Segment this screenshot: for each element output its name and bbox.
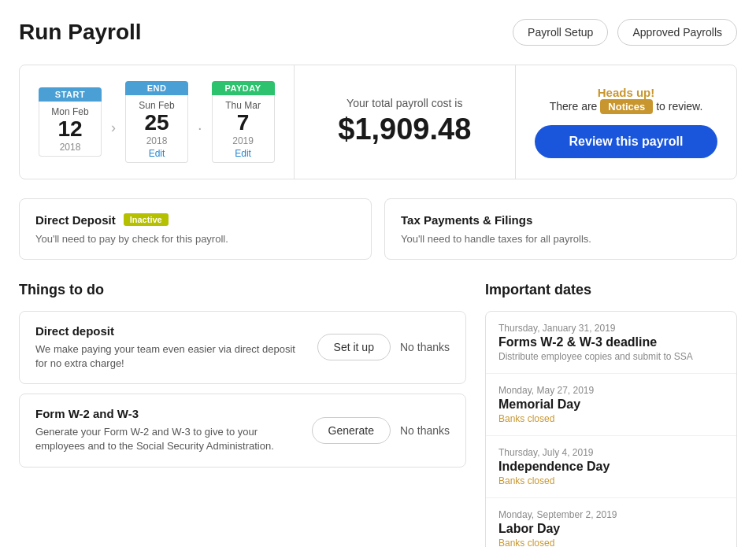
date-item-status: Banks closed [498,475,724,486]
direct-deposit-card: Direct Deposit Inactive You'll need to p… [19,198,372,260]
date-item: Monday, September 2, 2019Labor DayBanks … [486,498,736,547]
payday-edit-link[interactable]: Edit [235,148,251,159]
end-label: END [125,81,188,95]
start-num: 12 [43,117,98,142]
end-month-day: Sun Feb [129,100,184,111]
tax-filings-label: Tax Payments & Filings [401,213,532,227]
start-label: START [39,87,102,102]
heads-up-text: There are Notices to review. [550,99,703,114]
two-col-layout: Things to do Direct deposit We make payi… [19,282,737,547]
todo-desc-1: Generate your Form W-2 and W-3 to give t… [35,425,299,453]
payroll-setup-button[interactable]: Payroll Setup [513,19,608,46]
todo-item-w2-w3: Form W-2 and W-3 Generate your Form W-2 … [19,394,466,467]
end-date-box: Sun Feb 25 2018 Edit [125,95,188,163]
summary-cost: Your total payroll cost is $1,909.48 [295,65,516,179]
date-item-label: Monday, May 27, 2019 [498,385,724,396]
payday-date-block: PAYDAY Thu Mar 7 2019 Edit [212,81,275,163]
start-month-day: Mon Feb [43,106,98,117]
heads-up-title: Heads up! [550,86,703,99]
no-thanks-button-0[interactable]: No thanks [400,341,450,353]
page-title: Run Payroll [19,20,142,45]
date-item-label: Monday, September 2, 2019 [498,509,724,520]
header: Run Payroll Payroll Setup Approved Payro… [19,19,737,46]
set-it-up-button[interactable]: Set it up [317,334,391,360]
end-num: 25 [129,111,184,135]
date-item-title: Labor Day [498,522,724,536]
todo-item-direct-deposit: Direct deposit We make paying your team … [19,311,466,384]
generate-button[interactable]: Generate [312,417,391,444]
important-dates-title: Important dates [485,282,737,298]
heads-up-text1: There are [550,100,598,113]
end-year: 2018 [129,135,184,146]
todo-section-title: Things to do [19,282,466,298]
heads-up: Heads up! There are Notices to review. [550,86,703,114]
right-col: Important dates Thursday, January 31, 20… [485,282,737,547]
arrow-icon: › [111,107,116,136]
inactive-badge: Inactive [124,213,169,226]
end-date-block: END Sun Feb 25 2018 Edit [125,81,188,163]
dot-separator: · [198,106,202,137]
todo-title-1: Form W-2 and W-3 [35,407,299,420]
header-buttons: Payroll Setup Approved Payrolls [513,19,737,46]
date-item-title: Independence Day [498,460,724,474]
date-item: Thursday, July 4, 2019Independence DayBa… [486,436,736,498]
cost-amount: $1,909.48 [338,113,471,146]
payday-num: 7 [216,111,271,135]
summary-action: Heads up! There are Notices to review. R… [516,65,736,179]
tax-filings-title: Tax Payments & Filings [401,213,721,227]
date-item: Monday, May 27, 2019Memorial DayBanks cl… [486,374,736,436]
direct-deposit-desc: You'll need to pay by check for this pay… [35,233,355,245]
payday-year: 2019 [216,135,271,146]
tax-filings-card: Tax Payments & Filings You'll need to ha… [384,198,737,260]
date-item-label: Thursday, January 31, 2019 [498,323,724,334]
start-date-block: START Mon Feb 12 2018 [39,87,102,157]
end-edit-link[interactable]: Edit [149,148,165,159]
date-item-sub: Distribute employee copies and submit to… [498,351,724,362]
date-item: Thursday, January 31, 2019Forms W-2 & W-… [486,312,736,374]
heads-up-text2: to review. [656,100,702,113]
page-container: Run Payroll Payroll Setup Approved Payro… [0,0,756,547]
payday-month-day: Thu Mar [216,100,271,111]
date-item-title: Forms W-2 & W-3 deadline [498,335,724,349]
start-date-box: Mon Feb 12 2018 [39,102,102,157]
tax-filings-desc: You'll need to handle taxes for all payr… [401,233,721,245]
todo-title-0: Direct deposit [35,324,305,338]
direct-deposit-title: Direct Deposit Inactive [35,213,355,227]
cost-label: Your total payroll cost is [346,97,462,109]
left-col: Things to do Direct deposit We make payi… [19,282,466,547]
todo-actions-0: Set it up No thanks [317,334,450,360]
date-item-status: Banks closed [498,413,724,424]
todo-desc-0: We make paying your team even easier via… [35,342,305,371]
date-item-title: Memorial Day [498,397,724,412]
notices-badge[interactable]: Notices [600,99,653,114]
summary-card: START Mon Feb 12 2018 › END Sun Feb 25 2… [19,65,737,179]
no-thanks-button-1[interactable]: No thanks [400,424,450,437]
direct-deposit-label: Direct Deposit [35,213,116,227]
dates-card: Thursday, January 31, 2019Forms W-2 & W-… [485,311,737,547]
start-year: 2018 [43,142,98,153]
summary-dates: START Mon Feb 12 2018 › END Sun Feb 25 2… [20,65,295,179]
review-payroll-button[interactable]: Review this payroll [535,125,717,158]
payday-date-box: Thu Mar 7 2019 Edit [212,95,275,163]
info-cards: Direct Deposit Inactive You'll need to p… [19,198,737,260]
approved-payrolls-button[interactable]: Approved Payrolls [617,19,737,46]
date-item-status: Banks closed [498,538,724,547]
todo-content-1: Form W-2 and W-3 Generate your Form W-2 … [35,407,299,453]
todo-content-0: Direct deposit We make paying your team … [35,324,305,371]
todo-actions-1: Generate No thanks [312,417,450,444]
payday-label: PAYDAY [212,81,275,95]
date-item-label: Thursday, July 4, 2019 [498,447,724,458]
